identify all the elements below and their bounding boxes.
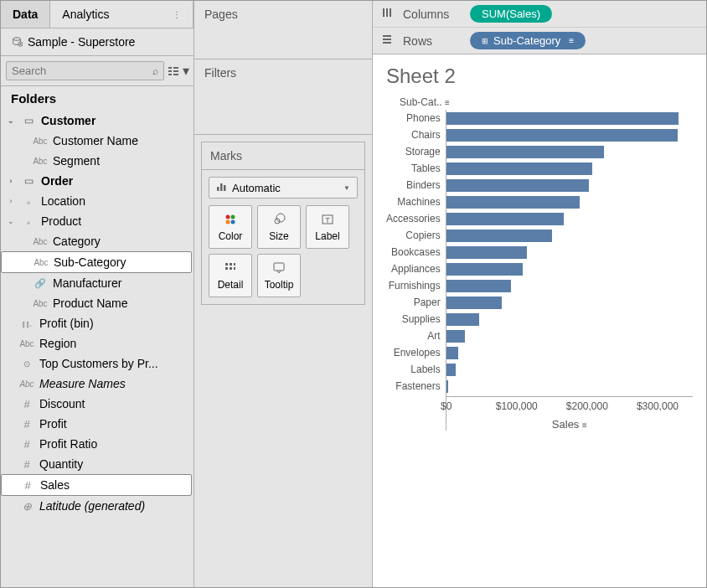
chart-y-label[interactable]: Accessories bbox=[386, 210, 441, 227]
chart-bar-row bbox=[446, 160, 693, 177]
filters-shelf-title: Filters bbox=[204, 66, 362, 80]
chart-header[interactable]: Sub-Cat.. ≡ bbox=[386, 96, 693, 108]
chart-bar[interactable] bbox=[446, 196, 580, 209]
view-toggle-icon[interactable] bbox=[168, 64, 179, 79]
field-profit-ratio[interactable]: Profit Ratio bbox=[1, 434, 192, 454]
chart-bar[interactable] bbox=[446, 297, 502, 309]
chart-y-label[interactable]: Phones bbox=[406, 110, 441, 126]
marks-detail-button[interactable]: Detail bbox=[209, 254, 252, 297]
rows-pill-sub-category[interactable]: ⊞Sub-Category≡ bbox=[470, 32, 586, 49]
chart-y-label[interactable]: Tables bbox=[411, 160, 441, 177]
chart-y-label[interactable]: Labels bbox=[410, 361, 440, 378]
abc-icon bbox=[33, 157, 48, 166]
chart-bar[interactable] bbox=[446, 280, 511, 292]
field-product-name[interactable]: Product Name bbox=[1, 293, 192, 313]
columns-pill-sum-sales[interactable]: SUM(Sales) bbox=[470, 5, 552, 23]
chart-bar[interactable] bbox=[446, 246, 528, 259]
chart-y-label[interactable]: Chairs bbox=[411, 126, 441, 143]
search-input[interactable] bbox=[12, 64, 152, 77]
columns-icon bbox=[381, 7, 395, 21]
marks-type-dropdown[interactable]: Automatic ▼ bbox=[209, 177, 358, 199]
menu-dropdown-icon[interactable]: ▾ bbox=[183, 64, 189, 79]
field-category[interactable]: Category bbox=[1, 231, 192, 251]
chart-bar[interactable] bbox=[446, 162, 592, 175]
datasource-icon bbox=[11, 36, 23, 48]
chart-y-label[interactable]: Bookcases bbox=[391, 244, 441, 260]
folder-order[interactable]: ›Order bbox=[1, 171, 192, 191]
chart-bar[interactable] bbox=[446, 330, 466, 343]
hash-icon bbox=[19, 398, 34, 410]
field-profit[interactable]: Profit bbox=[1, 414, 192, 434]
chart-y-label[interactable]: Binders bbox=[406, 177, 441, 193]
field-sales[interactable]: Sales bbox=[1, 474, 192, 496]
chart-y-label[interactable]: Envelopes bbox=[394, 344, 441, 361]
field-region[interactable]: Region bbox=[1, 333, 192, 353]
marks-tooltip-button[interactable]: Tooltip bbox=[257, 254, 301, 297]
chart-bar[interactable] bbox=[446, 347, 458, 359]
marks-label-button[interactable]: T Label bbox=[306, 205, 349, 249]
chart-bar[interactable] bbox=[446, 313, 480, 326]
tab-analytics[interactable]: Analytics ⋮ bbox=[50, 1, 194, 28]
chart-y-label[interactable]: Machines bbox=[397, 193, 440, 210]
chart-y-label[interactable]: Supplies bbox=[402, 311, 441, 328]
chart-bar[interactable] bbox=[446, 179, 590, 192]
field-profit-bin[interactable]: Profit (bin) bbox=[1, 313, 192, 333]
chart-bar[interactable] bbox=[446, 263, 523, 276]
field-quantity[interactable]: Quantity bbox=[1, 454, 192, 474]
svg-point-16 bbox=[276, 214, 285, 222]
set-icon bbox=[19, 359, 34, 369]
chart-bar[interactable] bbox=[446, 129, 678, 142]
chart-y-label[interactable]: Paper bbox=[414, 294, 441, 311]
chart-bar-row bbox=[446, 328, 693, 344]
field-segment[interactable]: Segment bbox=[1, 151, 192, 171]
filters-shelf[interactable]: Filters bbox=[194, 59, 372, 135]
chart-bar[interactable] bbox=[446, 213, 564, 225]
field-customer-name[interactable]: Customer Name bbox=[1, 131, 192, 151]
chart-bar[interactable] bbox=[446, 112, 679, 125]
field-discount[interactable]: Discount bbox=[1, 394, 192, 414]
field-location[interactable]: ›ₔLocation bbox=[1, 191, 192, 211]
folder-customer[interactable]: ⌄Customer bbox=[1, 111, 192, 131]
chart-y-label[interactable]: Storage bbox=[405, 143, 441, 160]
tooltip-icon bbox=[272, 260, 286, 276]
field-product[interactable]: ⌄ₔProduct bbox=[1, 211, 192, 231]
rows-label: Rows bbox=[403, 34, 462, 48]
label-icon: T bbox=[321, 212, 334, 227]
chart-y-label[interactable]: Furnishings bbox=[389, 277, 441, 294]
chart-y-label[interactable]: Fasteners bbox=[395, 378, 440, 395]
hash-icon bbox=[19, 418, 34, 431]
chart-bar[interactable] bbox=[446, 364, 456, 376]
hash-icon bbox=[19, 458, 34, 471]
sheet-title[interactable]: Sheet 2 bbox=[386, 64, 693, 88]
field-sub-category[interactable]: Sub-Category bbox=[1, 251, 192, 273]
chart-y-label[interactable]: Copiers bbox=[405, 227, 440, 244]
search-box[interactable]: ⌕ bbox=[6, 61, 164, 80]
chart-y-label[interactable]: Appliances bbox=[391, 260, 441, 277]
chart-bar[interactable] bbox=[446, 146, 604, 158]
chart-bar-row bbox=[446, 361, 693, 378]
chart-bar[interactable] bbox=[446, 230, 552, 242]
datasource-row[interactable]: Sample - Superstore bbox=[1, 28, 194, 56]
chart-x-tick: $0 bbox=[441, 400, 452, 412]
marks-color-button[interactable]: Color bbox=[209, 205, 252, 249]
field-latitude[interactable]: Latitude (generated) bbox=[1, 496, 192, 516]
tab-data[interactable]: Data bbox=[1, 1, 50, 28]
rows-shelf[interactable]: Rows ⊞Sub-Category≡ bbox=[373, 28, 706, 54]
chevron-down-icon: ▼ bbox=[343, 184, 350, 192]
field-top-customers[interactable]: Top Customers by Pr... bbox=[1, 353, 192, 374]
field-manufacturer[interactable]: Manufacturer bbox=[1, 273, 192, 293]
marks-size-button[interactable]: Size bbox=[257, 205, 301, 249]
chart-x-title[interactable]: Sales ≡ bbox=[446, 418, 693, 431]
chart-y-label[interactable]: Art bbox=[427, 328, 440, 344]
chevron-right-icon: › bbox=[6, 197, 16, 205]
chart-bar-row bbox=[446, 294, 693, 311]
svg-rect-25 bbox=[274, 263, 284, 271]
chart-bar[interactable] bbox=[446, 380, 449, 393]
svg-rect-28 bbox=[390, 8, 391, 17]
rows-icon bbox=[381, 34, 395, 48]
pages-shelf[interactable]: Pages bbox=[194, 1, 372, 59]
columns-shelf[interactable]: Columns SUM(Sales) bbox=[373, 1, 706, 28]
field-measure-names[interactable]: Measure Names bbox=[1, 374, 192, 394]
viz-area: Sheet 2 Sub-Cat.. ≡ PhonesChairsStorageT… bbox=[373, 54, 706, 587]
cards-pane: Pages Filters Marks Automatic ▼ Color bbox=[194, 1, 373, 587]
